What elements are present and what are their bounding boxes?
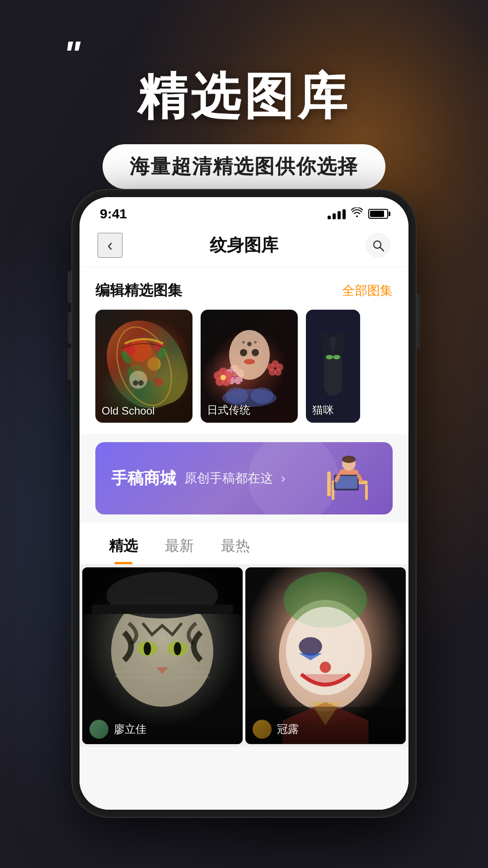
phone-outer: 9:41 [72,190,416,817]
status-icons [328,208,388,220]
battery-icon [368,209,388,219]
svg-point-21 [254,341,257,344]
gallery-card-cat[interactable]: 猫咪 [306,310,360,423]
svg-point-41 [333,355,340,359]
svg-rect-66 [92,604,233,614]
svg-line-51 [336,476,338,481]
svg-line-1 [380,247,384,251]
status-bar: 9:41 [80,197,408,226]
photo-grid: 廖立佳 [80,565,408,747]
card-cat-label: 猫咪 [312,403,334,417]
svg-point-32 [267,363,274,371]
svg-point-34 [225,387,248,404]
svg-point-19 [247,342,252,346]
gallery-scroll: Old School [80,310,408,434]
nav-title: 纹身图库 [210,234,278,257]
svg-point-20 [242,341,245,344]
photo-footer-tiger: 廖立佳 [82,714,243,744]
status-time: 9:41 [100,206,127,222]
tab-hottest[interactable]: 最热 [207,532,263,564]
editor-section-header: 编辑精选图集 全部图集 [80,267,408,310]
svg-line-52 [359,476,361,481]
svg-point-17 [252,349,259,356]
svg-point-9 [138,380,144,386]
person-illustration [323,456,377,501]
promo-subtitle: 海量超清精选图供你选择 [103,144,385,189]
author-name-joker: 冠露 [277,722,299,736]
promo-banner[interactable]: 手稿商城 原创手稿都在这 › [95,442,393,514]
editor-section-title: 编辑精选图集 [95,281,182,301]
svg-rect-44 [365,484,368,500]
phone-screen: 9:41 [80,197,408,810]
tab-featured[interactable]: 精选 [95,532,151,564]
card-old-school-label: Old School [102,405,155,417]
photo-footer-joker: 冠露 [245,714,406,744]
battery-fill [370,211,384,217]
svg-point-15 [229,330,270,380]
all-albums-link[interactable]: 全部图集 [342,282,393,299]
header-promo: " 精选图库 海量超清精选图供你选择 [0,36,488,189]
svg-point-16 [240,349,247,356]
search-button[interactable] [366,233,390,258]
banner-text: 手稿商城 原创手稿都在这 › [111,467,285,490]
banner-illustration [323,456,377,501]
banner-arrow-icon: › [281,471,285,486]
back-button[interactable]: ‹ [98,233,122,258]
phone-mockup: 9:41 [72,190,416,817]
svg-point-58 [144,642,151,655]
svg-point-72 [299,637,322,656]
gallery-card-japanese[interactable]: 日式传统 [201,310,298,423]
banner-sub-text: 原创手稿都在这 [184,470,273,487]
author-name-tiger: 廖立佳 [114,722,146,736]
wifi-icon [351,208,363,220]
svg-point-7 [129,371,147,389]
tabs-bar: 精选 最新 最热 [80,523,408,565]
avatar-joker-author [253,720,272,739]
svg-point-18 [244,359,255,364]
card-japanese-label: 日式传统 [207,403,250,417]
photo-card-tiger[interactable]: 廖立佳 [82,567,243,744]
svg-point-40 [326,355,333,359]
signal-icon [328,208,346,219]
svg-rect-45 [327,472,331,496]
content-area: 编辑精选图集 全部图集 [80,267,408,810]
svg-point-27 [221,375,226,380]
avatar-tiger-author [89,720,108,739]
banner-main-text: 手稿商城 [111,467,176,490]
svg-point-73 [320,662,331,673]
svg-point-59 [174,642,181,655]
svg-point-48 [342,456,356,463]
nav-bar: ‹ 纹身图库 [80,226,408,267]
svg-point-12 [154,377,163,387]
tab-newest[interactable]: 最新 [151,532,207,564]
svg-point-8 [133,380,138,386]
photo-card-joker[interactable]: 冠露 [245,567,406,744]
gallery-card-old-school[interactable]: Old School [95,310,192,423]
svg-point-35 [251,387,273,404]
